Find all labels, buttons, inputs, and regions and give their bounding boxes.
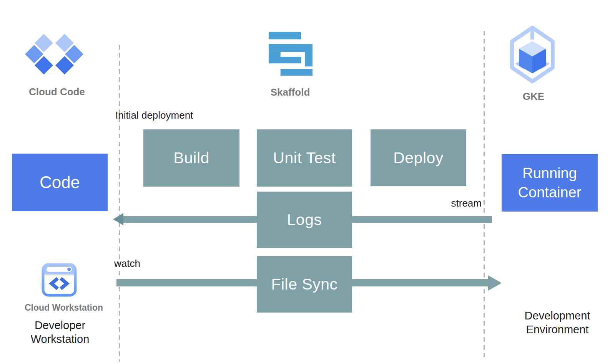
developer-workstation-label: Developer Workstation <box>12 318 108 346</box>
logs-box: Logs <box>257 192 352 248</box>
file-sync-box: File Sync <box>257 256 352 313</box>
lane-divider-right <box>484 31 485 357</box>
skaffold-label: Skaffold <box>252 86 329 98</box>
gke-icon <box>509 26 556 83</box>
build-box: Build <box>143 129 239 187</box>
running-container-box: Running Container <box>502 154 598 212</box>
development-environment-label: Development Environment <box>509 309 605 336</box>
initial-deployment-label: Initial deployment <box>115 109 193 121</box>
gke-label: GKE <box>495 91 572 103</box>
skaffold-icon <box>269 32 312 76</box>
cloud-workstation-label: Cloud Workstation <box>16 303 112 313</box>
cloud-workstation-icon <box>42 263 77 297</box>
code-box: Code <box>12 154 108 211</box>
lane-divider-left <box>119 45 120 362</box>
cloud-code-icon <box>25 34 83 74</box>
watch-label: watch <box>114 258 140 270</box>
stream-arrowhead <box>113 213 123 225</box>
cloud-code-label: Cloud Code <box>18 86 95 98</box>
unit-test-box: Unit Test <box>257 129 352 187</box>
watch-arrowhead <box>488 275 502 291</box>
diagram-canvas: Cloud Code Skaffold GKE Initial deployme… <box>0 0 615 364</box>
stream-label: stream <box>404 197 482 209</box>
deploy-box: Deploy <box>371 129 466 186</box>
